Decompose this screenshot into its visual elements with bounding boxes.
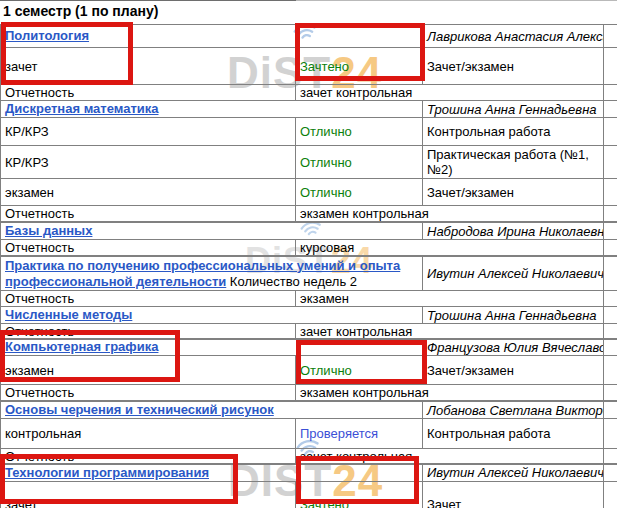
clipped-cell — [604, 464, 617, 482]
clipped-cell — [604, 206, 617, 222]
control-type-cell: зачет — [1, 48, 296, 85]
subject-block-politologiya: Политология Лаврикова Анастасия Алекса з… — [0, 24, 617, 101]
otchetnost-value: экзамен контрольная — [296, 206, 604, 222]
clipped-cell — [604, 257, 617, 291]
weeks-count-label: Количество недель 2 — [226, 274, 357, 289]
grade-cell: Зачтено — [296, 482, 423, 508]
work-type-cell: Зачет — [423, 482, 604, 508]
subject-cell: Базы данных — [1, 223, 423, 240]
clipped-cell — [604, 402, 617, 419]
work-type-cell: Практическая работа (№1, №2) — [423, 146, 604, 179]
subject-link[interactable]: Численные методы — [5, 307, 132, 322]
clipped-cell — [604, 48, 617, 85]
grade-cell: Отлично — [296, 146, 423, 179]
teacher-name: Ивутин Алексей Николаевич — [423, 464, 604, 482]
teacher-name: Лаврикова Анастасия Алекса — [423, 25, 604, 48]
teacher-name: Трошина Анна Геннадьевна — [423, 307, 604, 324]
clipped-cell — [604, 85, 617, 101]
grade-cell: Отлично — [296, 118, 423, 146]
control-type-cell: экзамен — [1, 179, 296, 206]
subject-cell: Практика по получению профессиональных у… — [1, 257, 423, 291]
clipped-cell — [604, 291, 617, 307]
otchetnost-value: экзамен контрольная — [296, 385, 604, 401]
subject-block-diskretnaya-matematika: Дискретная математика Трошина Анна Генна… — [0, 100, 617, 222]
otchetnost-label: Отчетность — [1, 85, 296, 101]
clipped-cell — [604, 146, 617, 179]
subject-cell: Технологии программирования — [1, 464, 423, 482]
subject-cell: Политология — [1, 25, 423, 48]
control-type-cell: экзамен — [1, 356, 296, 385]
otchetnost-label: Отчетность — [1, 240, 296, 256]
teacher-name: Французова Юлия Вячеславов — [423, 339, 604, 356]
otchetnost-label: Отчетность — [1, 385, 296, 401]
grade-cell: Проверяется — [296, 419, 423, 449]
work-type-cell: Контрольная работа — [423, 419, 604, 449]
otchetnost-value: курсовая — [296, 240, 604, 256]
otchetnost-value: зачет контрольная — [296, 85, 604, 101]
clipped-cell — [604, 118, 617, 146]
teacher-name: Трошина Анна Геннадьевна — [423, 101, 604, 118]
work-type-cell: Зачет/экзамен — [423, 48, 604, 85]
subject-block-bazy-dannyh: Базы данных Набродова Ирина Николаевна О… — [0, 222, 617, 256]
otchetnost-label: Отчетность — [1, 291, 296, 307]
subject-cell: Численные методы — [1, 307, 423, 324]
subject-block-praktika: Практика по получению профессиональных у… — [0, 256, 617, 307]
otchetnost-value: экзамен — [296, 291, 604, 307]
subject-link[interactable]: Дискретная математика — [5, 101, 159, 116]
teacher-name: Набродова Ирина Николаевна — [423, 223, 604, 240]
teacher-name: Ивутин Алексей Николаевич — [423, 257, 604, 291]
control-type-cell: КР/КРЗ — [1, 146, 296, 179]
grade-cell: Отлично — [296, 356, 423, 385]
subject-block-osnovy-chercheniya: Основы черчения и технический рисунок Ло… — [0, 401, 617, 465]
subject-block-chislennye-metody: Численные методы Трошина Анна Геннадьевн… — [0, 306, 617, 340]
subject-block-kompyuternaya-grafika: Компьютерная графика Французова Юлия Вяч… — [0, 338, 617, 401]
clipped-cell — [604, 385, 617, 401]
subject-cell: Дискретная математика — [1, 101, 423, 118]
clipped-cell — [604, 179, 617, 206]
control-type-cell: КР/КРЗ — [1, 118, 296, 146]
subject-cell: Компьютерная графика — [1, 339, 423, 356]
clipped-cell — [604, 240, 617, 256]
otchetnost-label: Отчетность — [1, 206, 296, 222]
subject-link[interactable]: Базы данных — [5, 223, 92, 238]
work-type-cell: Зачет/экзамен — [423, 356, 604, 385]
work-type-cell: Контрольная работа — [423, 118, 604, 146]
clipped-cell — [604, 307, 617, 324]
header-divider — [0, 0, 296, 1]
work-type-cell: Зачет/экзамен — [423, 179, 604, 206]
clipped-cell — [604, 482, 617, 508]
clipped-cell — [604, 101, 617, 118]
grade-cell: Зачтено — [296, 48, 423, 85]
page-title: 1 семестр (1 по плану) — [3, 3, 158, 19]
clipped-cell — [604, 339, 617, 356]
subject-link[interactable]: Основы черчения и технический рисунок — [5, 402, 274, 417]
subject-link[interactable]: Технологии программирования — [5, 465, 209, 480]
subject-link[interactable]: Политология — [5, 28, 89, 43]
control-type-cell: контрольная — [1, 419, 296, 449]
control-type-cell: зачет — [1, 482, 296, 508]
clipped-cell — [604, 25, 617, 48]
clipped-cell — [604, 356, 617, 385]
subject-block-tehnologii-programmirovaniya: Технологии программирования Ивутин Алекс… — [0, 463, 617, 508]
clipped-cell — [604, 223, 617, 240]
grade-cell: Отлично — [296, 179, 423, 206]
subject-link[interactable]: Компьютерная графика — [5, 339, 158, 354]
subject-cell: Основы черчения и технический рисунок — [1, 402, 423, 419]
clipped-cell — [604, 419, 617, 449]
teacher-name: Лобанова Светлана Викторо — [423, 402, 604, 419]
